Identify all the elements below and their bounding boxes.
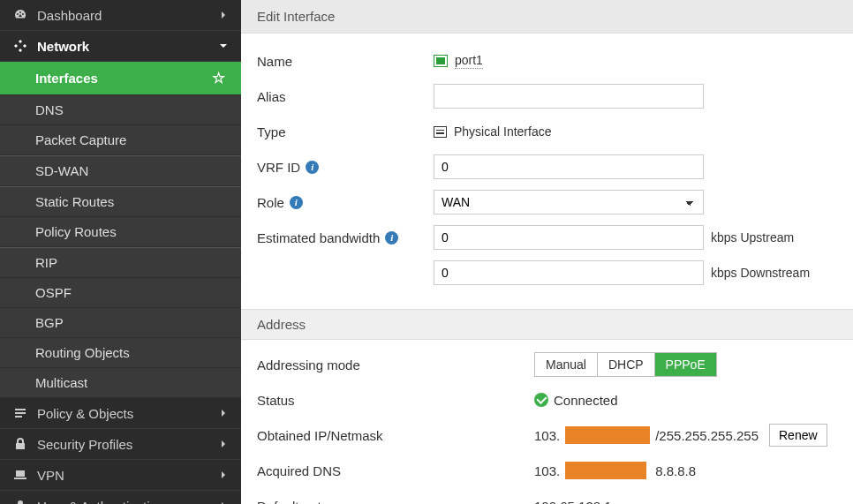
chevron-right-icon [218,439,229,449]
row-type: Type Physical Interface [257,118,837,145]
sidebar-item-label: RIP [35,255,57,270]
physical-interface-icon [434,126,447,138]
chevron-right-icon [218,500,229,504]
sidebar-item-label: SD-WAN [35,163,88,178]
ip-suffix: /255.255.255.255 [655,428,759,443]
label-name: Name [257,54,292,69]
redacted-block [565,426,650,444]
sidebar-item-policy-routes[interactable]: Policy Routes [0,217,241,247]
sidebar-item-dns[interactable]: DNS [0,95,241,125]
alias-input[interactable] [434,84,704,109]
sidebar-item-rip[interactable]: RIP [0,248,241,278]
sidebar-item-network[interactable]: Network [0,31,241,62]
row-status: Status Connected [257,387,837,412]
sidebar-item-interfaces[interactable]: Interfaces ☆ [0,62,241,95]
section-address-header: Address [241,309,853,340]
sidebar-item-label: Multicast [35,375,87,390]
gauge-icon [12,7,28,23]
mode-pppoe[interactable]: PPPoE [655,353,716,376]
policy-icon [12,405,28,421]
label-gateway: Default gateway [257,499,352,505]
main-content: Edit Interface Name port1 Alias Type Phy… [241,0,853,504]
type-value: Physical Interface [454,124,552,139]
mode-segment-group: Manual DHCP PPPoE [534,352,717,377]
info-icon[interactable]: i [385,231,398,244]
sidebar-item-label: OSPF [35,285,72,300]
sidebar-item-user-auth[interactable]: User & Authentication [0,491,241,504]
bandwidth-upstream-input[interactable] [434,225,704,250]
chevron-right-icon [218,408,229,418]
sidebar-item-static-routes[interactable]: Static Routes [0,187,241,217]
page-title: Edit Interface [241,0,853,34]
row-bandwidth-down: kbps Downstream [257,260,837,286]
ip-prefix: 103. [534,428,560,443]
sidebar-item-label: User & Authentication [37,499,164,505]
sidebar-item-vpn[interactable]: VPN [0,460,241,491]
sidebar-item-label: VPN [37,468,64,483]
sidebar-item-multicast[interactable]: Multicast [0,368,241,398]
sidebar: Dashboard Network Interfaces ☆ DNS Packe… [0,0,241,504]
sidebar-item-routing-objects[interactable]: Routing Objects [0,338,241,368]
sidebar-item-label: Network [37,39,89,54]
sidebar-item-label: Security Profiles [37,437,132,452]
label-mode: Addressing mode [257,357,360,372]
sidebar-item-label: DNS [35,102,64,117]
sidebar-item-label: Dashboard [37,8,102,23]
sidebar-item-dashboard[interactable]: Dashboard [0,0,241,31]
label-ip: Obtained IP/Netmask [257,428,383,443]
sidebar-item-packet-capture[interactable]: Packet Capture [0,125,241,155]
address-area: Addressing mode Manual DHCP PPPoE Status… [241,340,853,504]
bandwidth-down-unit: kbps Downstream [711,266,810,280]
row-name: Name port1 [257,48,837,74]
chevron-down-icon [218,41,229,51]
chevron-right-icon [218,470,229,480]
lock-icon [12,436,28,452]
sidebar-item-label: Policy Routes [35,224,117,239]
role-select[interactable]: WAN [434,190,704,214]
chevron-right-icon [218,10,229,20]
info-icon[interactable]: i [306,161,319,174]
name-value: port1 [455,53,483,69]
bandwidth-up-unit: kbps Upstream [711,230,794,244]
dns2: 8.8.8.8 [655,463,696,478]
mode-manual[interactable]: Manual [535,353,598,376]
row-acquired-dns: Acquired DNS 103. 8.8.8.8 [257,458,837,483]
sidebar-item-security-profiles[interactable]: Security Profiles [0,429,241,460]
label-alias: Alias [257,89,286,104]
sidebar-item-sdwan[interactable]: SD-WAN [0,156,241,186]
status-value: Connected [554,393,618,408]
row-obtained-ip: Obtained IP/Netmask 103./255.255.255.255… [257,423,837,448]
label-dns: Acquired DNS [257,463,341,478]
sidebar-item-ospf[interactable]: OSPF [0,278,241,308]
sidebar-item-label: Packet Capture [35,132,126,147]
network-icon [12,38,28,54]
row-vrf: VRF ID i [257,154,837,180]
form-area: Name port1 Alias Type Physical Interface… [241,34,853,300]
info-icon[interactable]: i [290,196,303,209]
row-bandwidth-up: Estimated bandwidth i kbps Upstream [257,224,837,251]
sidebar-item-label: Routing Objects [35,345,130,360]
sidebar-item-label: Interfaces [35,71,98,86]
sidebar-item-label: Policy & Objects [37,406,133,421]
mode-dhcp[interactable]: DHCP [598,353,655,376]
row-alias: Alias [257,83,837,109]
bandwidth-downstream-input[interactable] [434,260,704,285]
laptop-icon [12,467,28,483]
port-icon [434,55,448,67]
label-vrf: VRF ID [257,160,300,175]
redacted-block [565,462,646,479]
star-icon[interactable]: ☆ [212,69,229,87]
label-status: Status [257,393,295,408]
label-type: Type [257,124,286,139]
renew-button[interactable]: Renew [769,424,827,447]
sidebar-item-policy-objects[interactable]: Policy & Objects [0,398,241,429]
row-role: Role i WAN [257,189,837,215]
sidebar-item-bgp[interactable]: BGP [0,308,241,338]
label-role: Role [257,195,284,210]
gateway-value: 100.65.128.1 [534,499,612,505]
row-default-gateway: Default gateway 100.65.128.1 [257,493,837,504]
vrf-input[interactable] [434,154,704,179]
sidebar-item-label: Static Routes [35,194,114,209]
label-bandwidth: Estimated bandwidth [257,230,380,245]
user-icon [12,498,28,504]
